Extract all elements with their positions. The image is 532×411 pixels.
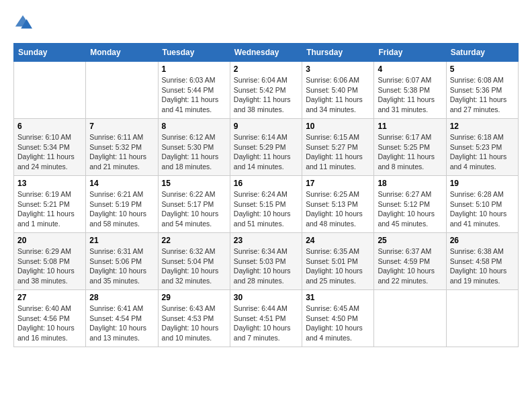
calendar-cell: 16 Sunrise: 6:24 AM Sunset: 5:15 PM Dayl… <box>230 176 302 233</box>
daylight-text: Daylight: 10 hours and 22 minutes. <box>378 266 442 285</box>
day-of-week-header: Sunday <box>14 44 86 62</box>
calendar-cell <box>86 62 158 119</box>
sunrise-text: Sunrise: 6:08 AM <box>450 75 515 85</box>
daylight-text: Daylight: 10 hours and 4 minutes. <box>306 323 370 342</box>
sunrise-text: Sunrise: 6:21 AM <box>89 189 154 199</box>
day-number: 29 <box>162 293 226 302</box>
day-number: 15 <box>162 179 226 188</box>
day-number: 10 <box>306 122 370 131</box>
day-number: 22 <box>162 236 226 245</box>
calendar-cell: 12 Sunrise: 6:18 AM Sunset: 5:23 PM Dayl… <box>446 119 518 176</box>
calendar-week-row: 20 Sunrise: 6:29 AM Sunset: 5:08 PM Dayl… <box>14 233 519 290</box>
day-of-week-header: Wednesday <box>230 44 302 62</box>
daylight-text: Daylight: 10 hours and 25 minutes. <box>306 266 370 285</box>
day-number: 23 <box>234 236 298 245</box>
sunrise-text: Sunrise: 6:35 AM <box>306 246 370 257</box>
day-info: Sunrise: 6:40 AM Sunset: 4:56 PM Dayligh… <box>17 304 82 343</box>
calendar: SundayMondayTuesdayWednesdayThursdayFrid… <box>13 43 519 347</box>
day-info: Sunrise: 6:22 AM Sunset: 5:17 PM Dayligh… <box>162 189 226 229</box>
header <box>13 13 519 32</box>
day-number: 21 <box>89 236 154 245</box>
calendar-cell: 8 Sunrise: 6:12 AM Sunset: 5:30 PM Dayli… <box>158 119 230 176</box>
sunset-text: Sunset: 4:53 PM <box>162 314 226 324</box>
daylight-text: Daylight: 10 hours and 38 minutes. <box>17 266 82 285</box>
calendar-cell: 4 Sunrise: 6:07 AM Sunset: 5:38 PM Dayli… <box>374 62 446 119</box>
day-number: 13 <box>17 179 82 188</box>
calendar-cell: 1 Sunrise: 6:03 AM Sunset: 5:44 PM Dayli… <box>158 62 230 119</box>
daylight-text: Daylight: 11 hours and 4 minutes. <box>450 152 515 171</box>
sunset-text: Sunset: 5:15 PM <box>234 199 298 210</box>
sunset-text: Sunset: 5:19 PM <box>89 199 154 210</box>
daylight-text: Daylight: 11 hours and 11 minutes. <box>306 152 370 171</box>
day-of-week-header: Thursday <box>302 44 374 62</box>
sunset-text: Sunset: 5:36 PM <box>450 85 515 95</box>
day-number: 16 <box>234 179 298 188</box>
sunset-text: Sunset: 5:34 PM <box>17 142 82 152</box>
calendar-header-row: SundayMondayTuesdayWednesdayThursdayFrid… <box>14 44 519 62</box>
calendar-cell: 27 Sunrise: 6:40 AM Sunset: 4:56 PM Dayl… <box>14 290 86 347</box>
day-info: Sunrise: 6:14 AM Sunset: 5:29 PM Dayligh… <box>234 132 298 172</box>
sunset-text: Sunset: 5:03 PM <box>234 257 298 267</box>
calendar-cell <box>14 62 86 119</box>
sunrise-text: Sunrise: 6:41 AM <box>89 304 154 314</box>
daylight-text: Daylight: 11 hours and 14 minutes. <box>234 152 298 171</box>
sunset-text: Sunset: 5:27 PM <box>306 142 370 152</box>
day-number: 9 <box>234 122 298 131</box>
sunset-text: Sunset: 5:21 PM <box>17 199 82 210</box>
day-info: Sunrise: 6:11 AM Sunset: 5:32 PM Dayligh… <box>89 132 154 172</box>
sunrise-text: Sunrise: 6:12 AM <box>162 132 226 142</box>
sunset-text: Sunset: 5:10 PM <box>450 199 515 210</box>
logo <box>13 13 35 32</box>
sunrise-text: Sunrise: 6:43 AM <box>162 304 226 314</box>
daylight-text: Daylight: 10 hours and 45 minutes. <box>378 209 442 228</box>
sunset-text: Sunset: 5:17 PM <box>162 199 226 210</box>
day-info: Sunrise: 6:38 AM Sunset: 4:58 PM Dayligh… <box>450 246 515 286</box>
sunrise-text: Sunrise: 6:24 AM <box>234 189 298 199</box>
day-info: Sunrise: 6:17 AM Sunset: 5:25 PM Dayligh… <box>378 132 442 172</box>
day-info: Sunrise: 6:04 AM Sunset: 5:42 PM Dayligh… <box>234 75 298 115</box>
calendar-cell: 30 Sunrise: 6:44 AM Sunset: 4:51 PM Dayl… <box>230 290 302 347</box>
calendar-cell <box>374 290 446 347</box>
day-info: Sunrise: 6:25 AM Sunset: 5:13 PM Dayligh… <box>306 189 370 229</box>
calendar-cell: 9 Sunrise: 6:14 AM Sunset: 5:29 PM Dayli… <box>230 119 302 176</box>
day-info: Sunrise: 6:18 AM Sunset: 5:23 PM Dayligh… <box>450 132 515 172</box>
day-info: Sunrise: 6:07 AM Sunset: 5:38 PM Dayligh… <box>378 75 442 115</box>
daylight-text: Daylight: 10 hours and 7 minutes. <box>234 323 298 342</box>
sunset-text: Sunset: 5:38 PM <box>378 85 442 95</box>
day-number: 24 <box>306 236 370 245</box>
calendar-week-row: 6 Sunrise: 6:10 AM Sunset: 5:34 PM Dayli… <box>14 119 519 176</box>
sunrise-text: Sunrise: 6:14 AM <box>234 132 298 142</box>
sunrise-text: Sunrise: 6:29 AM <box>17 246 82 257</box>
day-of-week-header: Saturday <box>446 44 518 62</box>
sunset-text: Sunset: 5:40 PM <box>306 85 370 95</box>
calendar-cell: 7 Sunrise: 6:11 AM Sunset: 5:32 PM Dayli… <box>86 119 158 176</box>
sunrise-text: Sunrise: 6:04 AM <box>234 75 298 85</box>
day-info: Sunrise: 6:44 AM Sunset: 4:51 PM Dayligh… <box>234 304 298 343</box>
daylight-text: Daylight: 11 hours and 1 minute. <box>17 209 82 228</box>
logo-icon <box>13 13 32 32</box>
calendar-cell: 24 Sunrise: 6:35 AM Sunset: 5:01 PM Dayl… <box>302 233 374 290</box>
calendar-cell: 10 Sunrise: 6:15 AM Sunset: 5:27 PM Dayl… <box>302 119 374 176</box>
calendar-cell: 19 Sunrise: 6:28 AM Sunset: 5:10 PM Dayl… <box>446 176 518 233</box>
day-info: Sunrise: 6:08 AM Sunset: 5:36 PM Dayligh… <box>450 75 515 115</box>
sunrise-text: Sunrise: 6:45 AM <box>306 304 370 314</box>
day-info: Sunrise: 6:29 AM Sunset: 5:08 PM Dayligh… <box>17 246 82 286</box>
sunset-text: Sunset: 5:23 PM <box>450 142 515 152</box>
sunrise-text: Sunrise: 6:19 AM <box>17 189 82 199</box>
sunrise-text: Sunrise: 6:07 AM <box>378 75 442 85</box>
day-info: Sunrise: 6:15 AM Sunset: 5:27 PM Dayligh… <box>306 132 370 172</box>
daylight-text: Daylight: 11 hours and 41 minutes. <box>162 95 226 114</box>
sunset-text: Sunset: 5:13 PM <box>306 199 370 210</box>
sunrise-text: Sunrise: 6:32 AM <box>162 246 226 257</box>
sunset-text: Sunset: 5:01 PM <box>306 257 370 267</box>
daylight-text: Daylight: 10 hours and 10 minutes. <box>162 323 226 342</box>
day-number: 1 <box>162 64 226 74</box>
sunrise-text: Sunrise: 6:25 AM <box>306 189 370 199</box>
day-info: Sunrise: 6:43 AM Sunset: 4:53 PM Dayligh… <box>162 304 226 343</box>
day-number: 17 <box>306 179 370 188</box>
sunrise-text: Sunrise: 6:11 AM <box>89 132 154 142</box>
day-of-week-header: Friday <box>374 44 446 62</box>
sunrise-text: Sunrise: 6:03 AM <box>162 75 226 85</box>
daylight-text: Daylight: 11 hours and 18 minutes. <box>162 152 226 171</box>
day-info: Sunrise: 6:21 AM Sunset: 5:19 PM Dayligh… <box>89 189 154 229</box>
